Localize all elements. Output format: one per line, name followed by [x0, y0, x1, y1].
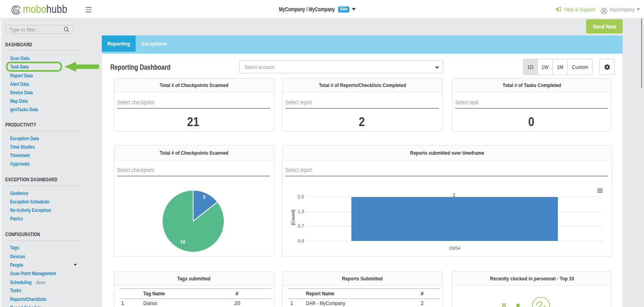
- svg-text:3: 3: [203, 195, 205, 199]
- svg-text:m: m: [14, 8, 17, 12]
- svg-text:18: 18: [180, 239, 186, 244]
